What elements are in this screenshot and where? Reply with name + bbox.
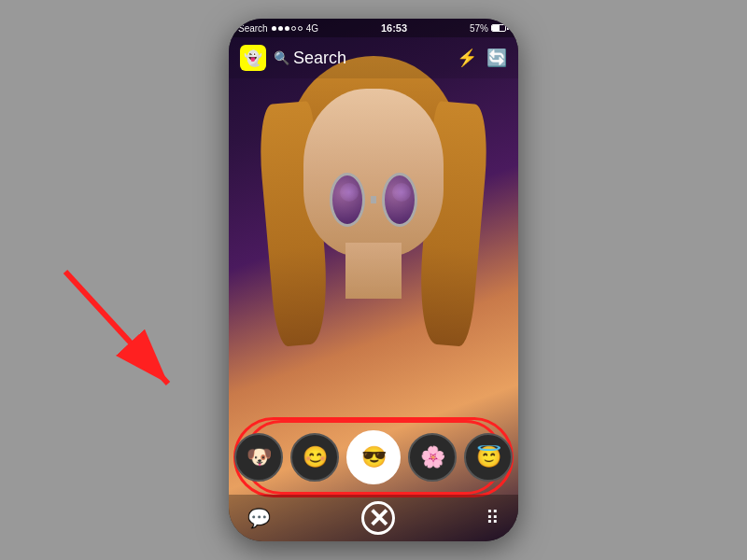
friends-button[interactable]: ⠿	[486, 507, 500, 529]
lens-item-lens-4[interactable]: 😎	[346, 430, 401, 484]
search-label: Search	[293, 49, 346, 68]
face-simulation	[280, 47, 467, 401]
lens-tray: 😶🐶😊😎🌸😇🦄	[244, 420, 503, 495]
glass-bridge	[371, 196, 376, 203]
bottom-nav: 💬 ✕ ⠿	[229, 495, 518, 541]
shutter-button[interactable]: ✕	[361, 501, 395, 535]
battery-icon	[491, 24, 509, 32]
flip-camera-icon[interactable]: 🔄	[486, 48, 507, 68]
app-name-status: Search	[238, 23, 268, 34]
neck	[345, 243, 402, 299]
battery-tip	[507, 26, 509, 30]
status-bar: Search 4G 16:53 57%	[229, 19, 518, 37]
dot2	[278, 26, 283, 31]
dot4	[291, 26, 296, 31]
signal-indicator	[272, 26, 303, 31]
glass-lens-right	[382, 173, 417, 227]
search-icon: 🔍	[274, 50, 289, 65]
battery-body	[491, 24, 506, 32]
ar-glasses	[330, 173, 417, 238]
lens-item-lens-5[interactable]: 🌸	[408, 433, 457, 482]
dot5	[298, 26, 303, 31]
status-right: 57%	[470, 23, 509, 34]
flash-icon[interactable]: ⚡	[457, 48, 477, 68]
lens-item-lens-2[interactable]: 🐶	[234, 433, 283, 482]
lens-item-lens-6[interactable]: 😇	[464, 433, 513, 482]
snap-header: 👻 🔍 Search ⚡ 🔄	[229, 37, 518, 78]
svg-line-1	[65, 272, 168, 384]
dot1	[272, 26, 276, 31]
lens-item-lens-3[interactable]: 😊	[290, 433, 339, 482]
battery-percent-text: 57%	[470, 23, 488, 34]
chat-button[interactable]: 💬	[247, 507, 271, 529]
dot3	[285, 26, 289, 31]
face-skin	[303, 89, 444, 257]
phone-frame: Search 4G 16:53 57%	[229, 19, 518, 541]
snapchat-ghost-icon: 👻	[244, 49, 262, 67]
status-time: 16:53	[381, 22, 407, 34]
annotation-arrow	[47, 262, 215, 415]
status-left: Search 4G	[238, 23, 318, 34]
scene: Search 4G 16:53 57%	[0, 0, 747, 560]
snapchat-logo[interactable]: 👻	[240, 45, 266, 71]
battery-fill	[492, 25, 500, 31]
header-icons: ⚡ 🔄	[457, 48, 507, 68]
carrier-text: 4G	[306, 23, 318, 34]
glass-lens-left	[330, 173, 365, 227]
search-bar[interactable]: 🔍 Search	[274, 49, 457, 68]
